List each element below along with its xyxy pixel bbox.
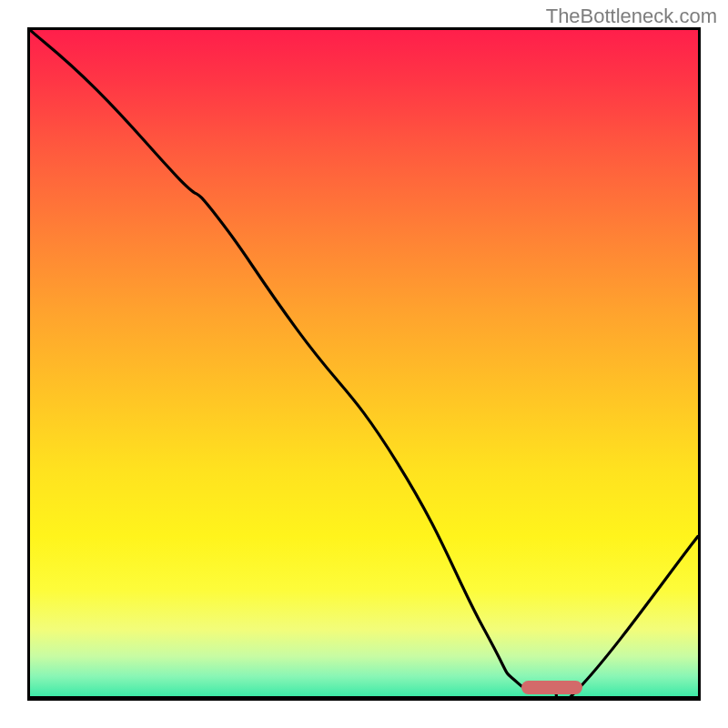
optimal-range-marker: [521, 681, 582, 694]
bottleneck-curve-line: [30, 30, 698, 696]
chart-plot-area: [27, 27, 701, 701]
watermark-text: TheBottleneck.com: [546, 5, 717, 28]
chart-curve-svg: [30, 30, 698, 696]
